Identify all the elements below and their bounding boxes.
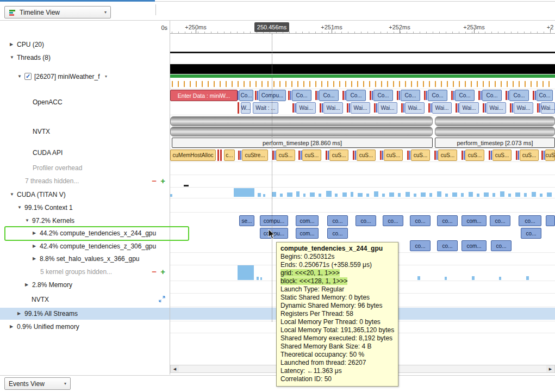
nvtx-range-band[interactable]: [170, 127, 433, 136]
openacc-event[interactable]: Co...: [346, 90, 366, 101]
nvtx-range[interactable]: perform_timestep [28.860 ms]: [172, 138, 433, 148]
tree-collapse-icon[interactable]: ▼: [17, 74, 22, 79]
kernel-summary-event[interactable]: se...: [239, 215, 254, 226]
openacc-wait-event[interactable]: Wai...: [487, 102, 506, 114]
cuda-api-call[interactable]: cuMemHostAlloc: [170, 150, 216, 161]
tendencies-z-kernel[interactable]: co...: [491, 240, 512, 251]
sidebar-row-97-2-kernels[interactable]: ▼97.2% Kernels: [0, 215, 170, 226]
openacc-wait-event[interactable]: Wai...: [541, 102, 555, 114]
tendencies-z-kernel[interactable]: com...: [462, 240, 487, 251]
tendencies-x-kernel[interactable]: co...: [327, 228, 348, 239]
openacc-wait-event[interactable]: Wai...: [296, 102, 316, 114]
tree-expand-icon[interactable]: ▶: [10, 42, 13, 47]
nvtx-range-band[interactable]: [435, 116, 555, 126]
kernel-summary-event[interactable]: co...: [410, 215, 431, 226]
openacc-wait-event[interactable]: Wai...: [405, 102, 425, 114]
cuda-api-call[interactable]: cuS...: [492, 150, 512, 161]
openacc-event[interactable]: Co...: [455, 90, 475, 101]
openacc-event[interactable]: Co...: [239, 90, 253, 101]
tree-collapse-icon[interactable]: ▼: [10, 55, 14, 60]
sidebar-row-8-8-set-halo-values-x-366-gpu[interactable]: ▶8.8% set_halo_values_x_366_gpu: [0, 253, 170, 264]
sidebar-row-99-1-context-1[interactable]: ▼99.1% Context 1: [0, 202, 170, 213]
sidebar-row-26207-miniweather-f[interactable]: ▼✓[26207] miniWeather_f▾: [0, 71, 170, 82]
openacc-event[interactable]: Co...: [428, 90, 447, 101]
openacc-wait-event[interactable]: Wai...: [378, 102, 397, 114]
cuda-api-call[interactable]: cuS...: [465, 150, 484, 161]
scroll-left-button[interactable]: ◀: [171, 365, 179, 372]
cuda-api-call[interactable]: c...: [224, 150, 235, 161]
scroll-right-button[interactable]: ▶: [546, 365, 554, 372]
tree-expand-icon[interactable]: ▶: [33, 244, 36, 249]
kernel-summary-event[interactable]: co...: [490, 215, 510, 226]
row-checkbox[interactable]: ✓: [24, 73, 32, 80]
cuda-api-call[interactable]: cuS...: [411, 150, 430, 161]
openacc-event[interactable]: Co...: [401, 90, 420, 101]
kernel-summary-event[interactable]: co...: [437, 215, 458, 226]
openacc-wait-event[interactable]: Wai...: [514, 102, 533, 114]
tendencies-x-kernel[interactable]: co...: [521, 228, 541, 239]
cuda-api-call[interactable]: cuS...: [329, 150, 348, 161]
kernel-summary-event[interactable]: co...: [356, 215, 376, 226]
sidebar-row-42-4-compute-tendencies-z-306-gpu[interactable]: ▶42.4% compute_tendencies_z_306_gpu: [0, 241, 170, 252]
cuda-api-call[interactable]: cuS...: [276, 150, 295, 161]
nvtx-range-band[interactable]: [435, 127, 555, 136]
openacc-event[interactable]: Co...: [482, 90, 502, 101]
sidebar-row-2-8-memory[interactable]: ▶2.8% Memory: [0, 279, 170, 290]
timeline-view-dropdown[interactable]: Timeline View ▾: [4, 6, 111, 18]
show-rows-icon[interactable]: +: [160, 176, 165, 186]
tree-collapse-icon[interactable]: ▼: [10, 192, 14, 197]
sidebar-row-nvtx[interactable]: NVTX: [0, 294, 170, 305]
tree-expand-icon[interactable]: ▶: [33, 256, 36, 262]
sidebar-row-7-threads-hidden[interactable]: 7 threads hidden...−+: [0, 176, 170, 186]
sidebar-row-cuda-api[interactable]: CUDA API: [0, 147, 170, 158]
cuda-api-call[interactable]: cuStre...: [242, 150, 268, 161]
kernel-summary-event[interactable]: compu...: [260, 215, 288, 226]
hide-rows-icon[interactable]: −: [152, 266, 157, 277]
sidebar-row-cpu-20[interactable]: ▶CPU (20): [0, 39, 170, 50]
expand-row-icon[interactable]: [159, 296, 165, 302]
openacc-wait-event[interactable]: Wai...: [351, 102, 370, 114]
cuda-api-call[interactable]: cuS: [545, 150, 555, 161]
sidebar-row-nvtx[interactable]: NVTX: [0, 126, 170, 137]
tendencies-z-kernel[interactable]: co...: [410, 240, 431, 251]
nvtx-range[interactable]: perform_timestep [2.073 ms]: [435, 138, 555, 148]
show-rows-icon[interactable]: +: [160, 266, 165, 277]
cuda-api-call[interactable]: cuS...: [302, 150, 321, 161]
openacc-wait-event[interactable]: Wait : ...: [253, 102, 278, 114]
kernel-summary-event[interactable]: co...: [519, 215, 541, 226]
openacc-event[interactable]: Co...: [373, 90, 393, 101]
cuda-api-call[interactable]: cuS...: [357, 150, 376, 161]
sidebar-row-threads-8[interactable]: ▼Threads (8): [0, 52, 170, 63]
row-dropdown-caret-icon[interactable]: ▾: [105, 74, 107, 79]
openacc-wait-event[interactable]: W...: [241, 102, 251, 114]
hide-rows-icon[interactable]: −: [152, 176, 157, 186]
sidebar-row-5-kernel-groups-hidden[interactable]: 5 kernel groups hidden...−+: [0, 266, 170, 277]
tree-collapse-icon[interactable]: ▼: [25, 218, 29, 223]
tendencies-x-kernel[interactable]: com...: [296, 228, 319, 239]
kernel-summary-event[interactable]: co...: [327, 215, 348, 226]
tree-collapse-icon[interactable]: ▼: [17, 205, 22, 210]
tree-expand-icon[interactable]: ▶: [25, 282, 28, 288]
openacc-event[interactable]: Co...: [537, 90, 553, 101]
kernel-summary-event[interactable]: [546, 215, 555, 226]
kernel-summary-event[interactable]: com...: [462, 215, 487, 226]
openacc-wait-event[interactable]: Wai...: [323, 102, 343, 114]
openacc-wait-event[interactable]: Wai...: [432, 102, 452, 114]
tendencies-z-kernel[interactable]: co...: [437, 240, 458, 251]
tree-expand-icon[interactable]: ▶: [17, 311, 21, 316]
nvtx-range-band[interactable]: [170, 116, 433, 126]
cuda-api-call[interactable]: cuS...: [384, 150, 403, 161]
openacc-wait-event[interactable]: Wai...: [459, 102, 479, 114]
openacc-event[interactable]: Co...: [319, 90, 339, 101]
openacc-event[interactable]: Enter Data : miniW...: [170, 90, 238, 101]
openacc-event[interactable]: Co...: [292, 90, 311, 101]
sidebar-row-cuda-titan-v[interactable]: ▼CUDA (TITAN V): [0, 189, 170, 200]
tree-expand-icon[interactable]: ▶: [10, 324, 13, 329]
sidebar-row-profiler-overhead[interactable]: Profiler overhead: [0, 163, 170, 173]
sidebar-row-0-9-unified-memory[interactable]: ▶0.9% Unified memory: [0, 321, 170, 332]
events-view-dropdown[interactable]: Events View ▾: [4, 377, 71, 390]
kernel-summary-event[interactable]: co...: [383, 215, 403, 226]
openacc-event[interactable]: Compu...: [259, 90, 286, 101]
process-activity-bar[interactable]: [170, 64, 555, 74]
openacc-event[interactable]: Co...: [509, 90, 529, 101]
